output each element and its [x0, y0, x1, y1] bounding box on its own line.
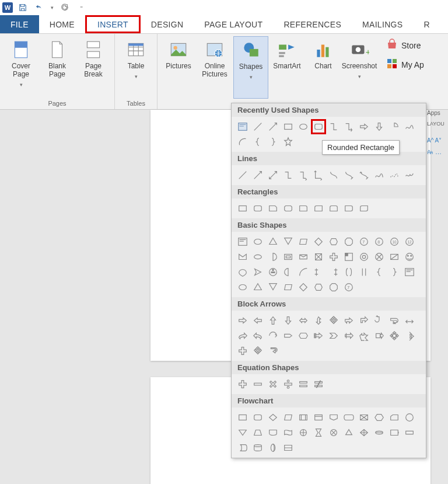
flowchart-shape-19[interactable]: [326, 425, 341, 440]
basic-shape-32[interactable]: [341, 264, 356, 280]
rect-6[interactable]: [311, 201, 326, 216]
block-arrow-17[interactable]: [296, 328, 311, 343]
basic-shape-1[interactable]: [235, 234, 250, 249]
basic-shape-13[interactable]: [235, 249, 250, 264]
flowchart-shape-28[interactable]: [281, 440, 296, 455]
block-arrow-4[interactable]: [281, 313, 296, 328]
block-arrow-15[interactable]: [265, 328, 281, 343]
flowchart-shape-9[interactable]: [356, 410, 372, 425]
basic-shape-7[interactable]: [326, 234, 341, 249]
basic-shape-29[interactable]: [296, 264, 311, 280]
undo-dropdown[interactable]: ▾: [49, 1, 55, 14]
tab-insert[interactable]: INSERT: [85, 15, 141, 33]
rect-8[interactable]: [341, 201, 356, 216]
basic-shape-8[interactable]: [341, 234, 356, 249]
basic-shape-39[interactable]: [265, 280, 281, 295]
line-5[interactable]: [296, 168, 311, 183]
basic-shape-18[interactable]: [311, 249, 326, 264]
block-arrow-21[interactable]: [356, 328, 372, 343]
flowchart-shape-17[interactable]: [296, 425, 311, 440]
my-apps-button[interactable]: My Ap: [386, 58, 424, 71]
basic-shape-17[interactable]: [296, 249, 311, 264]
basic-shape-15[interactable]: [265, 249, 281, 264]
basic-shape-31[interactable]: [326, 264, 341, 280]
shapes-button[interactable]: Shapes: [233, 36, 268, 99]
flowchart-shape-24[interactable]: [402, 425, 417, 440]
flowchart-shape-14[interactable]: [250, 425, 265, 440]
basic-shape-3[interactable]: [265, 234, 281, 249]
flowchart-shape-1[interactable]: [235, 410, 250, 425]
block-arrow-19[interactable]: [326, 328, 341, 343]
block-arrow-23[interactable]: [387, 328, 402, 343]
basic-shape-14[interactable]: [250, 249, 265, 264]
basic-shape-2[interactable]: [250, 234, 265, 249]
basic-shape-28[interactable]: [281, 264, 296, 280]
block-arrow-5[interactable]: [296, 313, 311, 328]
eq-plus[interactable]: [235, 377, 250, 392]
flowchart-shape-18[interactable]: [311, 425, 326, 440]
shape-rectangle[interactable]: [281, 119, 296, 134]
block-arrow-1[interactable]: [235, 313, 250, 328]
block-arrow-13[interactable]: [235, 328, 250, 343]
shape-arrow-right[interactable]: [356, 119, 372, 134]
store-button[interactable]: Store: [386, 39, 421, 52]
flowchart-shape-15[interactable]: [265, 425, 281, 440]
eq-equal[interactable]: [296, 377, 311, 392]
flowchart-shape-11[interactable]: [387, 410, 402, 425]
shape-connector-elbow[interactable]: [326, 119, 341, 134]
eq-multiply[interactable]: [265, 377, 281, 392]
basic-shape-20[interactable]: [341, 249, 356, 264]
basic-shape-37[interactable]: [235, 280, 250, 295]
block-arrow-18[interactable]: [311, 328, 326, 343]
screenshot-button[interactable]: +Screenshot: [342, 36, 377, 99]
shape-scribble[interactable]: [402, 119, 417, 134]
flowchart-shape-3[interactable]: [265, 410, 281, 425]
flowchart-shape-6[interactable]: [311, 410, 326, 425]
chart-button[interactable]: Chart: [306, 36, 341, 99]
flowchart-shape-10[interactable]: [372, 410, 387, 425]
basic-shape-43[interactable]: [326, 280, 341, 295]
basic-shape-44[interactable]: 7: [341, 280, 356, 295]
redo-button[interactable]: [58, 1, 71, 14]
basic-shape-42[interactable]: [311, 280, 326, 295]
rect-2[interactable]: [250, 201, 265, 216]
line-1[interactable]: [235, 168, 250, 183]
line-11[interactable]: [387, 168, 402, 183]
tab-references[interactable]: REFERENCES: [273, 15, 352, 33]
flowchart-shape-13[interactable]: [235, 425, 250, 440]
online-pictures-button[interactable]: Online Pictures: [197, 36, 232, 99]
block-arrow-27[interactable]: [265, 343, 281, 358]
tab-page-layout[interactable]: PAGE LAYOUT: [194, 15, 273, 33]
shape-oval[interactable]: [296, 119, 311, 134]
basic-shape-10[interactable]: 8: [372, 234, 387, 249]
shape-line[interactable]: [250, 119, 265, 134]
block-arrow-25[interactable]: [235, 343, 250, 358]
block-arrow-2[interactable]: [250, 313, 265, 328]
basic-shape-36[interactable]: [402, 264, 417, 280]
basic-shape-33[interactable]: [356, 264, 372, 280]
block-arrow-12[interactable]: [402, 313, 417, 328]
block-arrow-6[interactable]: [311, 313, 326, 328]
flowchart-shape-4[interactable]: [281, 410, 296, 425]
shape-connector-elbow-arrow[interactable]: [341, 119, 356, 134]
customize-qat-dropdown[interactable]: ⁼: [75, 1, 88, 14]
basic-shape-24[interactable]: [402, 249, 417, 264]
eq-not-equal[interactable]: [311, 377, 326, 392]
basic-shape-6[interactable]: [311, 234, 326, 249]
save-button[interactable]: [16, 1, 29, 14]
basic-shape-26[interactable]: [250, 264, 265, 280]
basic-shape-4[interactable]: [281, 234, 296, 249]
line-3[interactable]: [265, 168, 281, 183]
flowchart-shape-5[interactable]: [296, 410, 311, 425]
block-arrow-22[interactable]: [372, 328, 387, 343]
line-4[interactable]: [281, 168, 296, 183]
shape-left-brace[interactable]: [250, 134, 265, 149]
basic-shape-23[interactable]: [387, 249, 402, 264]
block-arrow-16[interactable]: [281, 328, 296, 343]
flowchart-shape-27[interactable]: [265, 440, 281, 455]
line-9[interactable]: [356, 168, 372, 183]
tab-more[interactable]: R: [413, 15, 440, 33]
blank-page-button[interactable]: Blank Page: [40, 36, 75, 99]
flowchart-shape-12[interactable]: [402, 410, 417, 425]
block-arrow-20[interactable]: [341, 328, 356, 343]
